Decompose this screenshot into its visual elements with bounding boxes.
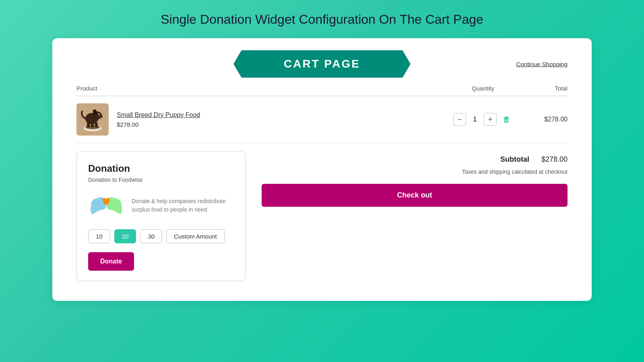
delete-product-button[interactable] — [500, 113, 513, 126]
product-info: Small Breed Dry Puppy Food $278.00 — [76, 103, 447, 136]
header-quantity: Quantity — [447, 85, 519, 92]
donate-button[interactable]: Donate — [88, 252, 134, 271]
svg-point-9 — [99, 114, 100, 115]
product-total: $278.00 — [519, 116, 568, 123]
product-name[interactable]: Small Breed Dry Puppy Food — [117, 111, 200, 119]
checkout-button[interactable]: Check out — [262, 184, 568, 207]
svg-rect-11 — [87, 123, 90, 128]
cart-banner: CART PAGE — [233, 50, 411, 78]
svg-point-7 — [101, 115, 102, 117]
page-title: Single Donation Widget Configuration On … — [161, 12, 483, 27]
product-row: Small Breed Dry Puppy Food $278.00 − 1 + — [76, 103, 568, 143]
donation-title: Donation — [88, 163, 234, 174]
quantity-decrease-button[interactable]: − — [453, 113, 466, 126]
cart-banner-section: CART PAGE Continue Shopping — [76, 50, 568, 78]
donation-amount-20[interactable]: 20 — [114, 229, 136, 243]
main-card: CART PAGE Continue Shopping Product Quan… — [52, 38, 592, 301]
continue-shopping-link[interactable]: Continue Shopping — [516, 61, 568, 68]
table-header: Product Quantity Total — [76, 85, 568, 96]
donation-amount-30[interactable]: 30 — [140, 229, 162, 243]
product-price: $278.00 — [117, 121, 200, 128]
svg-rect-16 — [505, 117, 508, 118]
donation-custom-amount-button[interactable]: Custom Amount — [166, 229, 225, 243]
header-total: Total — [519, 85, 568, 92]
quantity-value: 1 — [469, 116, 481, 123]
quantity-control: − 1 + — [447, 113, 519, 126]
lower-section: Donation Donation to Foodwise Donate & h… — [76, 151, 568, 281]
product-image — [76, 103, 109, 136]
tax-note: Taxes and shipping calculated at checkou… — [262, 169, 568, 175]
donation-description: Donate & help companies redistribute sur… — [132, 197, 234, 214]
product-details: Small Breed Dry Puppy Food $278.00 — [117, 111, 200, 128]
donation-amount-10[interactable]: 10 — [88, 229, 110, 243]
svg-rect-13 — [95, 123, 98, 128]
subtotal-label: Subtotal — [500, 155, 529, 164]
header-product: Product — [76, 85, 447, 92]
donation-icon-area: Donate & help companies redistribute sur… — [88, 190, 234, 220]
donation-icon — [88, 190, 124, 220]
donation-subtitle: Donation to Foodwise — [88, 177, 234, 183]
order-summary: Subtotal $278.00 Taxes and shipping calc… — [262, 151, 568, 207]
donation-widget: Donation Donation to Foodwise Donate & h… — [76, 151, 246, 281]
donation-amounts: 10 20 30 Custom Amount — [88, 229, 234, 243]
quantity-increase-button[interactable]: + — [484, 113, 497, 126]
subtotal-row: Subtotal $278.00 — [262, 155, 568, 164]
subtotal-value: $278.00 — [541, 155, 568, 164]
svg-rect-12 — [91, 123, 94, 128]
